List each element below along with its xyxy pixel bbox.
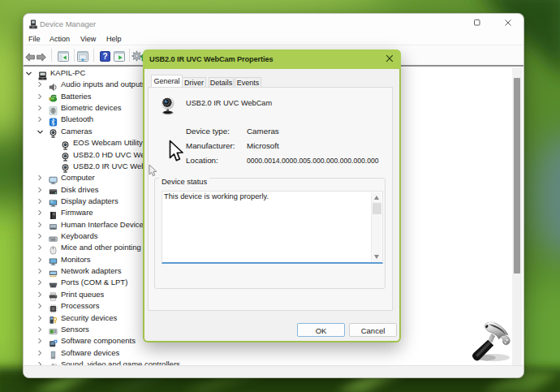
svg-text:?: ? <box>102 52 107 61</box>
